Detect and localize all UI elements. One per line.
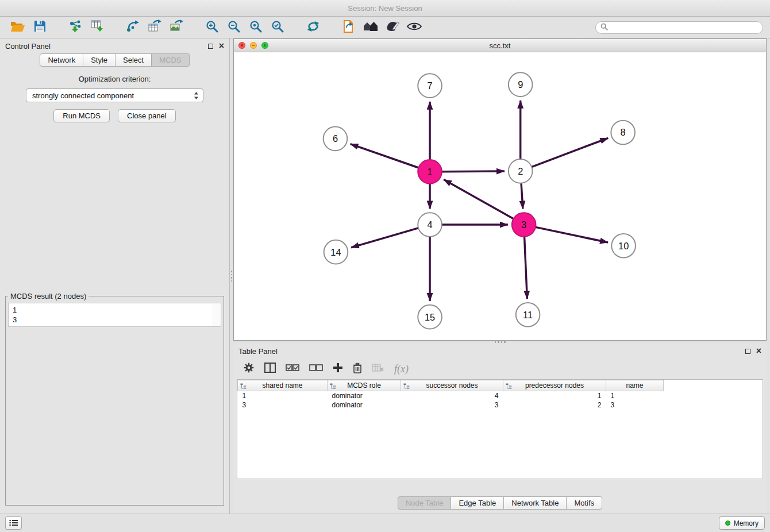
mcds-result-line: 3 <box>13 315 217 325</box>
window-titlebar: Session: New Session <box>0 0 770 17</box>
close-panel-button[interactable]: Close panel <box>118 109 176 122</box>
import-network-button[interactable] <box>64 19 86 36</box>
show-hide-panel-button[interactable] <box>403 19 425 36</box>
edge-2-8[interactable] <box>532 138 608 167</box>
import-table-button[interactable] <box>86 19 108 36</box>
column-header-mcds-role[interactable]: MCDS role <box>328 380 401 391</box>
search-input[interactable] <box>611 22 758 32</box>
zoom-in-button[interactable] <box>201 19 223 36</box>
column-header-shared-name[interactable]: shared name <box>238 380 328 391</box>
network-snapshot-icon <box>342 20 356 36</box>
refresh-icon <box>306 20 320 35</box>
save-session-button[interactable] <box>29 19 51 36</box>
edge-4-14[interactable] <box>351 228 418 248</box>
node-9[interactable]: 9 <box>509 72 533 97</box>
float-panel-icon[interactable] <box>208 44 213 49</box>
table-row[interactable]: 1dominator411 <box>238 391 664 401</box>
optimization-dropdown-value: strongly connected component <box>32 91 134 100</box>
close-table-panel-icon[interactable]: × <box>756 348 761 354</box>
tab-edge-table[interactable]: Edge Table <box>451 496 504 510</box>
edge-3-10[interactable] <box>536 227 608 242</box>
export-table-button[interactable] <box>144 19 165 36</box>
deselect-all-button[interactable] <box>309 364 323 375</box>
table-mode-settings-button[interactable] <box>243 362 255 376</box>
show-columns-button[interactable] <box>264 363 276 375</box>
node-4[interactable]: 4 <box>418 213 442 237</box>
tab-select[interactable]: Select <box>116 53 152 67</box>
edge-1-2[interactable] <box>442 171 505 172</box>
tab-motifs[interactable]: Motifs <box>567 496 602 510</box>
node-15[interactable]: 15 <box>418 305 442 329</box>
column-header-predecessor-nodes[interactable]: predecessor nodes <box>503 380 606 391</box>
memory-button[interactable]: Memory <box>719 516 765 530</box>
table-row[interactable]: 3dominator323 <box>238 400 664 410</box>
edge-2-3[interactable] <box>521 183 523 209</box>
node-10[interactable]: 10 <box>611 234 636 258</box>
create-column-button[interactable] <box>333 363 343 375</box>
network-canvas[interactable]: 7968124314101511 <box>234 52 766 340</box>
tab-network-table[interactable]: Network Table <box>504 496 567 510</box>
search-field[interactable] <box>595 21 763 34</box>
mcds-panel: Optimization criterion: strongly connect… <box>0 67 229 514</box>
float-table-panel-icon[interactable] <box>745 349 750 354</box>
export-image-button[interactable] <box>165 19 187 36</box>
node-11[interactable]: 11 <box>516 303 540 327</box>
select-all-button[interactable] <box>286 364 299 375</box>
tab-style[interactable]: Style <box>83 53 116 67</box>
close-panel-icon[interactable]: × <box>219 43 224 49</box>
table-toolbar: f(x) <box>233 358 767 379</box>
mcds-result-title: MCDS result (2 nodes) <box>8 292 88 300</box>
network-window-titlebar: × − + scc.txt <box>234 39 766 52</box>
import-network-icon <box>68 20 83 35</box>
mcds-result-list[interactable]: 13 <box>8 303 221 327</box>
control-panel: Control Panel × NetworkStyleSelectMCDS O… <box>0 38 230 514</box>
delete-columns-button[interactable] <box>353 363 362 376</box>
tab-node-table[interactable]: Node Table <box>398 496 452 510</box>
save-icon <box>34 20 46 34</box>
edge-3-11[interactable] <box>525 237 528 299</box>
node-2[interactable]: 2 <box>509 159 533 183</box>
network-graph[interactable]: 7968124314101511 <box>234 52 766 340</box>
column-header-name[interactable]: name <box>606 380 664 391</box>
node-6[interactable]: 6 <box>324 127 348 151</box>
zoom-out-button[interactable] <box>223 19 245 36</box>
style-editor-icon <box>386 20 399 35</box>
zoom-selected-icon <box>271 20 284 36</box>
close-window-icon[interactable]: × <box>238 42 245 49</box>
node-table[interactable]: shared nameMCDS rolesuccessor nodesprede… <box>237 379 763 479</box>
node-8[interactable]: 8 <box>611 121 635 145</box>
tab-mcds[interactable]: MCDS <box>152 53 189 67</box>
list-icon <box>9 518 18 529</box>
node-3[interactable]: 3 <box>512 213 536 237</box>
svg-text:4: 4 <box>428 219 433 230</box>
open-folder-icon <box>10 21 25 34</box>
node-1[interactable]: 1 <box>418 160 442 184</box>
table-panel-title: Table Panel <box>238 347 278 356</box>
optimization-dropdown[interactable]: strongly connected component <box>26 88 203 102</box>
zoom-window-icon[interactable]: + <box>261 42 268 49</box>
column-header-successor-nodes[interactable]: successor nodes <box>401 380 503 391</box>
tab-network[interactable]: Network <box>40 53 83 67</box>
network-snapshot-button[interactable] <box>338 19 360 36</box>
zoom-in-icon <box>205 20 219 36</box>
new-network-button[interactable] <box>122 19 144 36</box>
table-panel: Table Panel × f(x) <box>233 344 767 514</box>
zoom-selected-button[interactable] <box>267 19 288 36</box>
network-overview-icon <box>363 20 379 35</box>
style-editor-button[interactable] <box>382 19 403 36</box>
run-mcds-button[interactable]: Run MCDS <box>53 109 110 122</box>
network-overview-button[interactable] <box>360 19 382 36</box>
edge-1-6[interactable] <box>351 144 419 168</box>
zoom-fit-button[interactable] <box>245 19 267 36</box>
control-panel-header: Control Panel × <box>0 38 229 53</box>
node-14[interactable]: 14 <box>324 240 348 264</box>
task-history-button[interactable] <box>5 516 22 530</box>
open-session-button[interactable] <box>7 19 29 36</box>
node-7[interactable]: 7 <box>418 74 442 98</box>
new-network-icon <box>126 20 140 35</box>
minimize-window-icon[interactable]: − <box>250 42 257 49</box>
refresh-layout-button[interactable] <box>302 19 324 36</box>
edge-3-1[interactable] <box>444 179 513 218</box>
delete-table-button[interactable] <box>372 363 384 375</box>
function-builder-button[interactable]: f(x) <box>394 363 409 375</box>
